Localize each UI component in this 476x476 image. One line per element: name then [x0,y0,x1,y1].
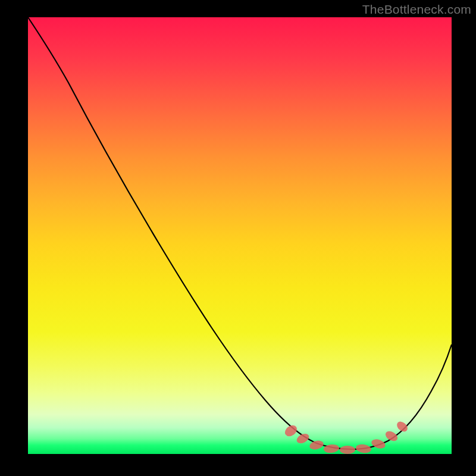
chart-frame: TheBottleneck.com [0,0,476,476]
watermark-label: TheBottleneck.com [362,2,471,17]
recommended-zone-markers [283,419,409,454]
plot-area [28,17,452,454]
marker-dot [323,444,339,454]
marker-dot [355,443,372,453]
marker-dot [395,419,409,434]
marker-dot [370,438,386,450]
marker-dot [283,423,299,439]
marker-dot [384,429,399,443]
marker-dot [340,446,355,454]
chart-svg [28,17,452,454]
bottleneck-curve-line [28,17,452,449]
marker-dot [295,432,311,446]
